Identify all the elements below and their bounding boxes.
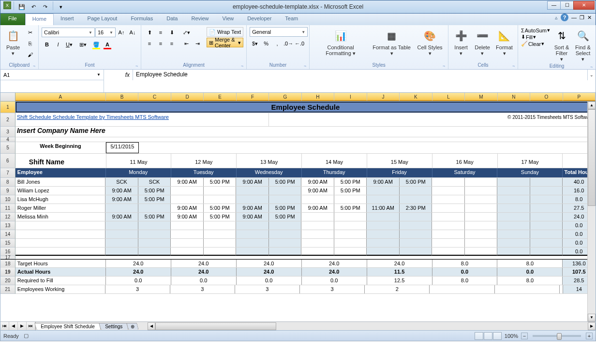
shift-cell[interactable]: 9:00 AM [301,204,334,212]
underline-button[interactable]: U▾ [64,39,74,50]
row-header[interactable]: 3 [0,127,15,137]
sheet-nav-prev-icon[interactable]: ◀ [9,322,18,330]
shift-cell[interactable]: 9:00 AM [105,213,138,221]
expand-formula-bar-icon[interactable]: ⌄ [587,70,596,80]
summary-value[interactable]: 2 [365,285,430,293]
summary-value[interactable]: 0.0 [432,268,498,276]
shift-cell[interactable] [301,230,334,238]
employee-name[interactable]: Lisa McHugh [15,195,106,204]
shift-cell[interactable] [497,204,530,212]
summary-value[interactable]: 24.0 [302,268,367,276]
shift-cell[interactable]: 5:00 PM [269,213,302,221]
fx-button[interactable]: fx [104,70,133,80]
col-header[interactable]: P [563,93,596,101]
shift-cell[interactable]: 5:00 PM [138,187,171,195]
border-button[interactable]: ⊞▾ [77,39,88,50]
formula-input[interactable]: Employee Schedule [133,70,587,80]
summary-value[interactable]: 8.0 [497,260,563,267]
save-icon[interactable]: 💾 [16,1,27,12]
shift-cell[interactable] [204,195,237,204]
date-header[interactable]: 17 May [498,154,563,168]
worksheet[interactable]: ABCDEFGHIJKLMNOP 1Employee Schedule2Shif… [0,93,596,331]
percent-icon[interactable]: % [261,38,271,49]
zoom-out-button[interactable]: − [521,333,528,339]
shift-cell[interactable] [236,221,269,230]
company-name-cell[interactable]: Insert Company Name Here [15,127,596,137]
tab-review[interactable]: Review [184,14,215,25]
shift-cell[interactable] [432,195,465,204]
shift-cell[interactable] [530,230,563,238]
summary-label[interactable]: Required to Fill [15,277,106,285]
shift-cell[interactable] [334,239,367,247]
italic-button[interactable]: I [53,39,63,50]
shift-cell[interactable] [138,248,171,256]
tab-home[interactable]: Home [25,14,54,25]
merge-center-button[interactable]: ⊞ Merge & Center ▾ [207,38,243,47]
shift-cell[interactable]: 5:00 PM [334,187,367,195]
view-layout-icon[interactable] [484,332,492,340]
day-header[interactable]: Monday [106,168,171,177]
number-format-combo[interactable]: General▼ [250,27,308,37]
row-header[interactable]: 12 [0,213,15,221]
shift-cell[interactable] [530,213,563,221]
shift-cell[interactable] [138,239,171,247]
shift-cell[interactable]: 9:00 AM [171,213,204,221]
horizontal-scrollbar[interactable]: ◀ ▶ [148,322,596,330]
shift-cell[interactable]: 9:00 AM [105,187,138,195]
shift-cell[interactable] [334,221,367,230]
increase-decimal-icon[interactable]: .0→ [283,38,294,49]
shift-cell[interactable] [530,178,563,186]
wrap-text-button[interactable]: 📄 Wrap Text [207,27,243,37]
currency-icon[interactable]: $▾ [250,38,260,49]
summary-value[interactable]: 0.0 [497,268,563,276]
shift-cell[interactable] [204,230,237,238]
shift-cell[interactable]: 9:00 AM [301,187,334,195]
file-tab[interactable]: File [0,14,25,25]
cut-icon[interactable]: ✂ [25,27,35,38]
row-header[interactable]: 1 [0,102,15,113]
day-header[interactable]: Wednesday [237,168,302,177]
shift-cell[interactable] [301,213,334,221]
align-left-icon[interactable]: ≡ [144,38,155,49]
new-sheet-icon[interactable]: ⊕ [126,323,139,330]
summary-value[interactable]: 3 [105,285,170,293]
align-middle-icon[interactable]: ≡ [155,27,166,38]
shift-cell[interactable] [105,230,138,238]
row-header[interactable]: 13 [0,221,15,230]
fill-color-button[interactable]: 🪣 [91,39,102,50]
col-header[interactable]: C [138,93,171,101]
shift-cell[interactable]: 9:00 AM [171,178,204,186]
shift-cell[interactable] [171,230,204,238]
decrease-indent-icon[interactable]: ⇤ [181,38,192,49]
date-header[interactable]: 16 May [432,154,498,168]
col-header[interactable]: M [465,93,497,101]
comma-icon[interactable]: , [272,38,283,49]
shift-cell[interactable] [465,204,498,212]
shift-cell[interactable] [334,213,367,221]
format-cells-button[interactable]: 📐Format▾ [494,27,515,57]
increase-indent-icon[interactable]: ⇥ [192,38,203,49]
row-header[interactable]: 8 [0,178,15,187]
shift-cell[interactable] [367,248,400,256]
shift-cell[interactable] [497,221,530,230]
shift-cell[interactable]: 9:00 AM [105,195,138,204]
name-box[interactable]: A1▼ [0,70,104,80]
shift-cell[interactable]: 5:00 PM [269,178,302,186]
row-header[interactable]: 17 [0,256,15,259]
shift-cell[interactable] [138,221,171,230]
shift-cell[interactable] [432,230,465,238]
increase-font-icon[interactable]: A↑ [116,27,127,38]
shift-cell[interactable]: 9:00 AM [301,178,334,186]
shift-cell[interactable] [269,195,302,204]
decrease-decimal-icon[interactable]: ←.0 [294,38,305,49]
shift-cell[interactable] [367,195,400,204]
employee-header[interactable]: Employee [15,168,106,177]
employee-name[interactable]: Bill Jones [15,178,106,186]
qat-customize-icon[interactable]: ▾ [56,1,66,12]
shift-cell[interactable] [530,248,563,256]
align-center-icon[interactable]: ≡ [155,38,166,49]
doc-minimize-icon[interactable]: — [571,15,577,20]
shift-cell[interactable] [105,239,138,247]
employee-name[interactable]: Wiliam Lopez [15,187,106,195]
col-header[interactable]: E [204,93,236,101]
